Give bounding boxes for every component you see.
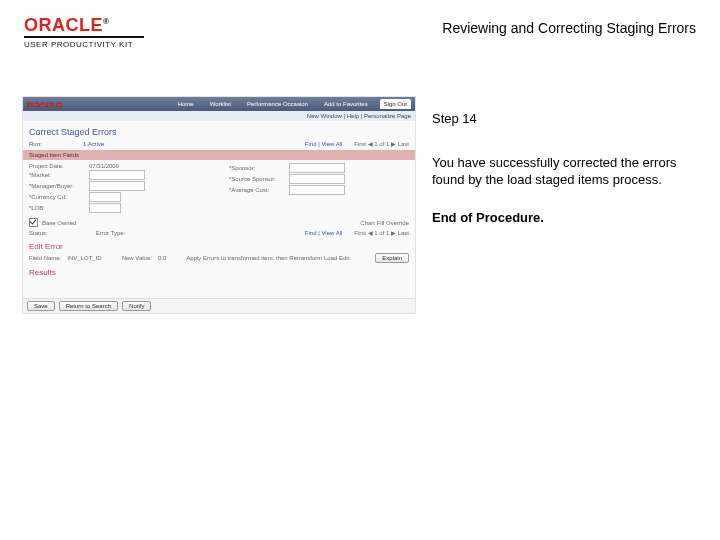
field-currency: *Currency Cd: [29, 192, 209, 202]
field-project-date: Project Date:07/31/2009 [29, 163, 209, 169]
run-link[interactable]: 1.Active [83, 141, 104, 147]
notify-button[interactable]: Notify [122, 301, 151, 311]
field-lob: *LOB: [29, 203, 209, 213]
edit-error-row: Field Name: INV_LOT_ID New Value: 0.0 Ap… [23, 252, 415, 264]
error-type-label: Error Type: [96, 230, 126, 236]
app-brand: ORACLE [27, 100, 63, 109]
bottom-bar: Save Return to Search Notify [23, 298, 416, 313]
nav-tab-home[interactable]: Home [174, 99, 198, 109]
brand-rule [24, 36, 144, 38]
registered-mark: ® [103, 17, 109, 26]
run-label: Run: [29, 141, 77, 147]
status-row: Status: Error Type: Find | View All Firs… [23, 227, 415, 238]
brand-block: ORACLE® USER PRODUCTIVITY KIT [24, 16, 184, 49]
field-manager: *Manager/Buyer: [29, 181, 209, 191]
right-fields: *Sponsor: *Source Sponsor: *Average Cost… [229, 162, 409, 214]
field-sponsor: *Sponsor: [229, 163, 409, 173]
save-button[interactable]: Save [27, 301, 55, 311]
app-topnav: ORACLE Home Worklist Performance Occasio… [23, 97, 415, 111]
app-page-title: Correct Staged Errors [23, 121, 415, 139]
field-name-label: Field Name: [29, 255, 61, 261]
nav-tab-signout[interactable]: Sign Out [380, 99, 411, 109]
view-all-2[interactable]: Find | View All [305, 230, 342, 236]
brand-name: ORACLE® [24, 16, 184, 34]
new-value-label: New Value: [122, 255, 152, 261]
field-market: *Market: [29, 170, 209, 180]
fields-grid: Project Date:07/31/2009 *Market: *Manage… [23, 160, 415, 216]
pager-2[interactable]: First ◀ 1 of 1 ▶ Last [354, 229, 409, 236]
field-avg-cost: *Average Cost: [229, 185, 409, 195]
brand-subtitle: USER PRODUCTIVITY KIT [24, 40, 184, 49]
run-row: Run: 1.Active Find | View All First ◀ 1 … [23, 139, 415, 148]
brand-name-text: ORACLE [24, 15, 103, 35]
left-fields: Project Date:07/31/2009 *Market: *Manage… [29, 162, 209, 214]
nav-tab-favorites[interactable]: Add to Favorites [320, 99, 372, 109]
nav-tab-worklist[interactable]: Worklist [206, 99, 235, 109]
field-name-value: INV_LOT_ID [67, 255, 101, 261]
base-owned-checkbox[interactable] [29, 218, 38, 227]
new-value-value: 0.0 [158, 255, 166, 261]
step-column: Step 14 You have successfully corrected … [432, 110, 692, 226]
staged-section-header: Staged Item Fields [23, 150, 415, 160]
step-description: You have successfully corrected the erro… [432, 154, 692, 189]
return-button[interactable]: Return to Search [59, 301, 118, 311]
nav-tab-performance[interactable]: Performance Occasion [243, 99, 312, 109]
field-source-sponsor: *Source Sponsor: [229, 174, 409, 184]
page-title: Reviewing and Correcting Staging Errors [442, 20, 696, 36]
explain-button[interactable]: Explain [375, 253, 409, 263]
app-subnav[interactable]: New Window | Help | Personalize Page [23, 111, 415, 121]
status-label: Status: [29, 230, 48, 236]
apply-label: Apply Errors to transformed item, then R… [186, 255, 349, 261]
base-owned-row: Base Owned Chart Fill Override [23, 218, 415, 227]
chart-fill-label: Chart Fill Override [360, 220, 409, 226]
results-header: Results [23, 264, 415, 277]
step-label: Step 14 [432, 110, 692, 128]
app-screenshot: ORACLE Home Worklist Performance Occasio… [22, 96, 416, 314]
end-of-procedure: End of Procedure. [432, 209, 692, 227]
edit-error-header: Edit Error [23, 238, 415, 252]
view-all-link[interactable]: Find | View All [305, 141, 342, 147]
pager[interactable]: First ◀ 1 of 1 ▶ Last [354, 140, 409, 147]
base-owned-label: Base Owned [42, 220, 76, 226]
